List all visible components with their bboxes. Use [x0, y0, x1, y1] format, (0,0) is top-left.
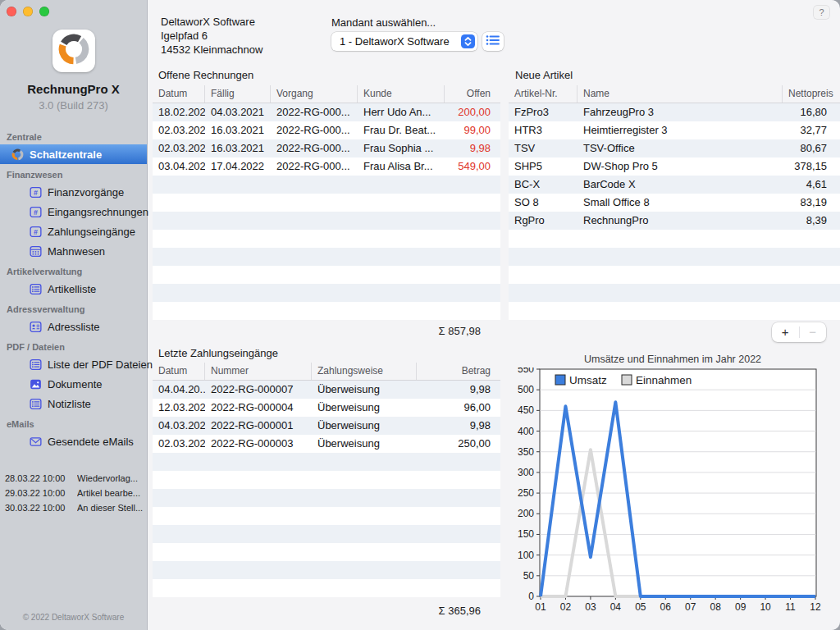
- table-cell: 04.03.2021: [205, 103, 271, 121]
- table-row[interactable]: [509, 248, 840, 266]
- table-row[interactable]: 03.04.202217.04.20222022-RG-000...Frau A…: [153, 158, 500, 176]
- table-row[interactable]: [153, 194, 500, 212]
- sidebar-item-gesendete-emails[interactable]: Gesendete eMails: [0, 431, 147, 451]
- close-window-button[interactable]: [7, 7, 16, 16]
- table-cell: 2022-RG-000003: [205, 435, 312, 453]
- table-row[interactable]: 18.02.202204.03.20212022-RG-000...Herr U…: [153, 103, 500, 121]
- remove-button[interactable]: −: [800, 322, 827, 342]
- table-cell: [312, 561, 417, 579]
- table-row[interactable]: 02.03.20222022-RG-000003Überweisung250,0…: [153, 435, 500, 453]
- mandant-list-button[interactable]: [482, 32, 504, 51]
- table-cell: [783, 248, 840, 266]
- table-cell: [312, 453, 417, 471]
- sidebar-item-schaltzentrale[interactable]: Schaltzentrale: [0, 144, 147, 164]
- table-row[interactable]: SHP5DW-Shop Pro 5378,15: [509, 158, 840, 176]
- table-cell: [205, 543, 312, 561]
- svg-text:500: 500: [518, 384, 534, 395]
- table-cell: [578, 248, 783, 266]
- sidebar-item-artikelliste[interactable]: Artikelliste: [0, 279, 147, 299]
- reminder-item[interactable]: 30.03.22 10:00An dieser Stell...: [0, 500, 147, 515]
- table-row[interactable]: BC-XBarCode X4,61: [509, 176, 840, 194]
- minimize-window-button[interactable]: [23, 7, 33, 16]
- column-header[interactable]: Name: [578, 85, 783, 103]
- table-cell: [358, 230, 445, 248]
- table-row[interactable]: [153, 248, 500, 266]
- table-cell: [205, 230, 271, 248]
- table-row[interactable]: [153, 453, 500, 471]
- table-row[interactable]: [509, 266, 840, 284]
- sidebar-item-notizliste[interactable]: Notizliste: [0, 394, 147, 413]
- column-header[interactable]: Datum: [153, 85, 205, 103]
- chart-title: Umsätze und Einnahmen im Jahr 2022: [509, 351, 837, 368]
- table-row[interactable]: [153, 525, 500, 543]
- column-header[interactable]: Kunde: [358, 85, 445, 103]
- column-header[interactable]: Betrag: [417, 363, 500, 380]
- table-row[interactable]: [153, 489, 500, 507]
- mandant-select[interactable]: 1 - DeltaworX Software: [331, 32, 477, 51]
- svg-text:09: 09: [735, 601, 746, 613]
- table-row[interactable]: 04.03.20222022-RG-000001Überweisung9,98: [153, 417, 500, 435]
- table-row[interactable]: [153, 561, 500, 579]
- reminder-item[interactable]: 28.03.22 10:00Wiedervorlag...: [0, 471, 147, 486]
- table-cell: 9,98: [417, 381, 500, 399]
- table-cell: 04.04.20...: [153, 381, 205, 399]
- table-cell: [358, 212, 445, 230]
- sidebar-item-dokumente[interactable]: Dokumente: [0, 374, 147, 394]
- table-row[interactable]: FzPro3FahrzeugPro 316,80: [509, 103, 840, 121]
- svg-text:250: 250: [518, 487, 534, 499]
- table-cell: [358, 176, 445, 194]
- table-row[interactable]: TSVTSV-Office80,67: [509, 139, 840, 158]
- image-icon: [30, 378, 42, 390]
- sidebar-item-eingangsrechnungen[interactable]: #Eingangsrechnungen: [0, 202, 147, 221]
- table-row[interactable]: 04.04.20...2022-RG-000007Überweisung9,98: [153, 381, 500, 399]
- sidebar-item-adressliste[interactable]: Adressliste: [0, 317, 147, 336]
- contact-card-icon: [30, 321, 42, 333]
- table-cell: SO 8: [509, 194, 578, 212]
- table-row[interactable]: 12.03.20222022-RG-000004Überweisung96,00: [153, 399, 500, 417]
- table-cell: 378,15: [783, 158, 840, 176]
- add-button[interactable]: +: [772, 322, 799, 342]
- table-row[interactable]: [509, 302, 840, 320]
- legend-swatch-einnahmen: [622, 375, 632, 385]
- column-header[interactable]: Vorgang: [271, 85, 358, 103]
- table-row[interactable]: [153, 471, 500, 489]
- table-cell: [153, 543, 205, 561]
- table-row[interactable]: [153, 579, 500, 597]
- table-row[interactable]: HTR3Heimtierregister 332,77: [509, 121, 840, 139]
- table-cell: Überweisung: [312, 381, 417, 399]
- table-cell: 02.03.2022: [153, 121, 205, 139]
- column-header[interactable]: Nummer: [205, 363, 312, 380]
- reminder-item[interactable]: 29.03.22 10:00Artikel bearbe...: [0, 486, 147, 500]
- table-row[interactable]: [153, 284, 500, 302]
- table-row[interactable]: RgProRechnungPro8,39: [509, 212, 840, 230]
- table-row[interactable]: SO 8Small Office 883,19: [509, 194, 840, 212]
- table-row[interactable]: [509, 284, 840, 302]
- sidebar-item-finanzvorg-nge[interactable]: #Finanzvorgänge: [0, 182, 147, 202]
- help-button[interactable]: ?: [814, 6, 829, 19]
- table-row[interactable]: [153, 507, 500, 525]
- table-cell: [153, 489, 205, 507]
- table-row[interactable]: 02.03.202216.03.20212022-RG-000...Frau D…: [153, 121, 500, 139]
- column-header[interactable]: Zahlungsweise: [312, 363, 417, 380]
- list-icon: [30, 398, 42, 410]
- column-header[interactable]: Fällig: [205, 85, 271, 103]
- column-header[interactable]: Nettopreis: [783, 85, 840, 103]
- table-cell: [445, 248, 500, 266]
- sidebar-section-header: Zentrale: [0, 126, 147, 144]
- column-header[interactable]: Datum: [153, 363, 205, 380]
- sidebar-item-zahlungseing-nge[interactable]: #Zahlungseingänge: [0, 221, 147, 241]
- sidebar-item-mahnwesen[interactable]: Mahnwesen: [0, 241, 147, 261]
- table-row[interactable]: [153, 302, 500, 320]
- table-row[interactable]: [153, 212, 500, 230]
- sidebar-item-liste-der-pdf-dateien[interactable]: Liste der PDF Dateien: [0, 354, 147, 374]
- table-row[interactable]: [509, 230, 840, 248]
- table-cell: 9,98: [445, 139, 500, 158]
- table-row[interactable]: [153, 230, 500, 248]
- table-row[interactable]: [153, 176, 500, 194]
- table-row[interactable]: [153, 266, 500, 284]
- zoom-window-button[interactable]: [39, 7, 49, 16]
- column-header[interactable]: Offen: [445, 85, 500, 103]
- column-header[interactable]: Artikel-Nr.: [509, 85, 578, 103]
- table-row[interactable]: [153, 543, 500, 561]
- table-row[interactable]: 02.03.202216.03.20212022-RG-000...Frau S…: [153, 139, 500, 158]
